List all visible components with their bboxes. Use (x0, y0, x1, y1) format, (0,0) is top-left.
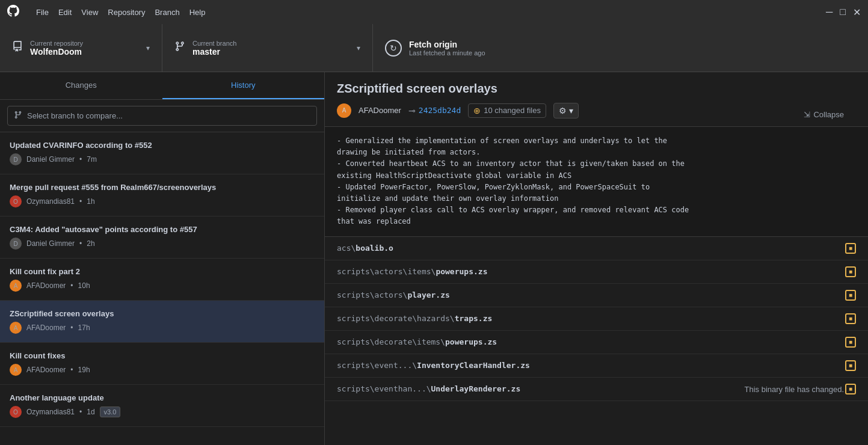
file-item[interactable]: acs\boalib.o ■ (325, 237, 868, 260)
commit-title: Merge pull request #555 from Realm667/sc… (10, 183, 315, 192)
commit-title: Updated CVARINFO according to #552 (10, 141, 315, 150)
menu-edit[interactable]: Edit (58, 8, 72, 17)
file-item[interactable]: scripts\eventhan...\UnderlayRenderer.zs … (325, 378, 868, 401)
commit-time-val: 1h (87, 197, 94, 206)
tab-history[interactable]: History (162, 72, 325, 99)
avatar: A (10, 280, 22, 292)
branch-arrow-icon: ▾ (357, 44, 360, 52)
commit-time-val: 19h (78, 366, 90, 374)
commit-message: - Generalized the implementation of scre… (325, 127, 868, 237)
repo-label: Current repository (30, 40, 141, 47)
commit-list: Updated CVARINFO according to #552 D Dan… (0, 132, 324, 445)
close-button[interactable]: ✕ (853, 7, 861, 18)
current-repo-section[interactable]: Current repository WolfenDoom ▾ (0, 24, 162, 72)
gear-button[interactable]: ⚙ ▾ (553, 103, 579, 118)
repo-text: Current repository WolfenDoom (30, 40, 141, 57)
branch-icon (174, 41, 185, 55)
commit-item[interactable]: Updated CVARINFO according to #552 D Dan… (0, 132, 324, 174)
tab-changes[interactable]: Changes (0, 72, 162, 99)
commit-author: Ozymandias81 (26, 197, 75, 206)
file-item[interactable]: scripts\actors\items\powerups.zs ■ (325, 260, 868, 284)
branch-value: master (192, 47, 352, 57)
file-status-icon: ■ (845, 290, 856, 301)
commit-sep: • (70, 324, 73, 332)
file-status-icon: ■ (845, 313, 856, 324)
file-path: scripts\actors\player.zs (337, 290, 845, 299)
changed-files-count: 10 changed files (484, 106, 541, 115)
avatar: O (10, 406, 22, 418)
avatar: A (10, 364, 22, 376)
branch-text: Current branch master (192, 40, 352, 57)
file-path: acs\boalib.o (337, 244, 845, 253)
file-item[interactable]: scripts\decorate\items\powerups.zs ■ (325, 331, 868, 354)
commit-sep: • (79, 239, 82, 248)
avatar: D (10, 153, 22, 165)
commit-item[interactable]: C3M4: Added "autosave" points according … (0, 216, 324, 259)
repo-icon (12, 41, 23, 55)
commit-item[interactable]: Merge pull request #555 from Realm667/sc… (0, 174, 324, 216)
collapse-label: Collapse (813, 110, 844, 119)
commit-item[interactable]: Kill count fixes A AFADoomer • 19h (0, 343, 324, 385)
commit-item[interactable]: Another language update O Ozymandias81 •… (0, 385, 324, 427)
file-item[interactable]: scripts\event...\InventoryClearHandler.z… (325, 354, 868, 378)
commit-author: Daniel Gimmer (26, 239, 75, 248)
menu-view[interactable]: View (81, 8, 98, 17)
collapse-button[interactable]: ⇲ Collapse (792, 102, 856, 119)
commit-sep: • (79, 197, 82, 206)
file-status-icon: ■ (845, 337, 856, 348)
key-icon: ⊸ (408, 106, 416, 115)
plus-icon: ⊕ (473, 106, 481, 115)
avatar: A (10, 322, 22, 334)
commit-time-val: 7m (87, 155, 97, 164)
maximize-button[interactable]: □ (840, 7, 846, 18)
commit-author: Ozymandias81 (26, 408, 75, 416)
toolbar: Current repository WolfenDoom ▾ Current … (0, 24, 868, 72)
compare-input[interactable]: Select branch to compare... (7, 106, 317, 126)
fetch-icon: ↻ (385, 40, 402, 57)
collapse-icon: ⇲ (804, 110, 810, 119)
binary-note: This binary file has changed. (745, 384, 844, 393)
version-badge: v3.0 (100, 407, 121, 417)
commit-item-selected[interactable]: ZScriptified screen overlays A AFADoomer… (0, 301, 324, 343)
file-status-icon: ■ (845, 266, 856, 277)
minimize-button[interactable]: ─ (826, 7, 833, 18)
commit-message-text: - Generalized the implementation of scre… (337, 135, 856, 228)
avatar: O (10, 195, 22, 207)
commit-hash-value: 2425db24d (419, 106, 461, 115)
app-logo (7, 5, 19, 20)
menu-file[interactable]: File (36, 8, 49, 17)
gear-arrow-icon: ▾ (569, 106, 573, 115)
commit-meta: A AFADoomer • 19h (10, 364, 315, 376)
file-status-icon: ■ (845, 360, 856, 371)
commit-meta: O Ozymandias81 • 1h (10, 195, 315, 207)
left-panel: Changes History Select branch to compare… (0, 72, 325, 445)
fetch-origin-section[interactable]: ↻ Fetch origin Last fetched a minute ago (373, 24, 868, 72)
gear-icon: ⚙ (559, 106, 567, 115)
branch-compare-icon (14, 111, 22, 121)
title-bar: File Edit View Repository Branch Help ─ … (0, 0, 868, 24)
tabs-bar: Changes History (0, 72, 324, 100)
menu-help[interactable]: Help (189, 8, 206, 17)
file-list: acs\boalib.o ■ scripts\actors\items\powe… (325, 237, 868, 401)
commit-author: AFADoomer (26, 281, 66, 290)
file-item[interactable]: scripts\decorate\hazards\traps.zs ■ (325, 307, 868, 331)
commit-item[interactable]: Kill count fix part 2 A AFADoomer • 10h (0, 259, 324, 301)
commit-sep: • (70, 281, 73, 290)
commit-title: C3M4: Added "autosave" points according … (10, 225, 315, 234)
fetch-sublabel: Last fetched a minute ago (409, 49, 856, 57)
commit-title: Another language update (10, 393, 315, 402)
commit-time: • (79, 155, 82, 164)
repo-arrow-icon: ▾ (146, 44, 150, 52)
menu-branch[interactable]: Branch (155, 8, 179, 17)
detail-avatar: A (337, 103, 351, 118)
file-path: scripts\actors\items\powerups.zs (337, 267, 845, 276)
commit-time-val: 1d (87, 408, 94, 416)
file-item[interactable]: scripts\actors\player.zs ■ (325, 284, 868, 307)
current-branch-section[interactable]: Current branch master ▾ (162, 24, 373, 72)
commit-header: ZScriptified screen overlays A AFADoomer… (325, 72, 868, 127)
commit-author: AFADoomer (26, 366, 66, 374)
changed-files-badge[interactable]: ⊕ 10 changed files (468, 103, 546, 118)
commit-time-val: 2h (87, 239, 94, 248)
menu-bar: File Edit View Repository Branch Help (36, 8, 205, 17)
menu-repository[interactable]: Repository (108, 8, 145, 17)
